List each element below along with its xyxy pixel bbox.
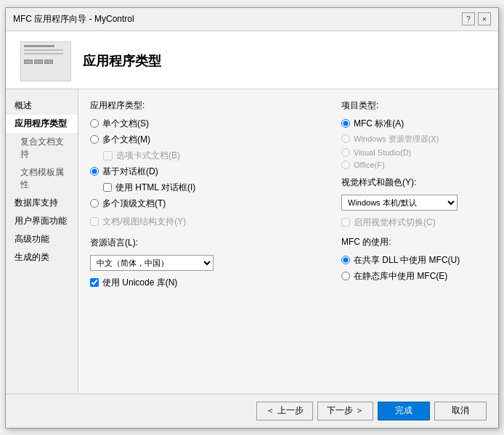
sidebar-item-compound[interactable]: 复合文档支持	[6, 133, 78, 163]
radio-office-input	[341, 160, 350, 169]
app-type-group: 单个文档(S) 多个文档(M) 选项卡式文档(B) 基于对话框(D)	[90, 118, 327, 210]
finish-button[interactable]: 完成	[378, 402, 430, 420]
radio-dialog[interactable]: 基于对话框(D)	[90, 166, 327, 178]
icon-btn-3	[44, 60, 53, 64]
left-panel: 应用程序类型: 单个文档(S) 多个文档(M) 选项	[90, 99, 327, 383]
radio-static-lib[interactable]: 在静态库中使用 MFC(E)	[341, 270, 487, 282]
sidebar: 概述 应用程序类型 复合文档支持 文档模板属性 数据库支持 用户界面功能 高级功…	[6, 89, 78, 394]
main-section: 概述 应用程序类型 复合文档支持 文档模板属性 数据库支持 用户界面功能 高级功…	[6, 89, 498, 394]
dialog-title: MFC 应用程序向导 - MyControl	[13, 13, 134, 25]
icon-buttons	[24, 60, 53, 64]
project-type-group: MFC 标准(A) Windows 资源管理器(X) Visual Studio…	[341, 118, 487, 169]
radio-office: Office(F)	[341, 160, 487, 169]
radio-multi-toplevel-input[interactable]	[90, 199, 99, 208]
mfc-usage-group: 在共享 DLL 中使用 MFC(U) 在静态库中使用 MFC(E)	[341, 254, 487, 282]
cancel-button[interactable]: 取消	[434, 402, 487, 420]
back-button[interactable]: ＜ 上一步	[256, 402, 312, 420]
radio-dialog-input[interactable]	[90, 167, 99, 176]
main-dialog: MFC 应用程序向导 - MyControl ? × 应用程序类型	[5, 7, 499, 428]
checkbox-docview: 文档/视图结构支持(Y)	[90, 216, 327, 228]
title-bar-text: MFC 应用程序向导 - MyControl	[13, 13, 134, 25]
checkbox-html-dialog[interactable]: 使用 HTML 对话框(I)	[90, 182, 327, 194]
checkbox-html-dialog-label: 使用 HTML 对话框(I)	[115, 182, 195, 194]
project-type-label: 项目类型:	[341, 99, 487, 112]
title-bar-controls: ? ×	[462, 12, 491, 25]
radio-shared-dll-label: 在共享 DLL 中使用 MFC(U)	[354, 254, 460, 267]
radio-shared-dll-input[interactable]	[341, 256, 350, 264]
checkbox-enable-visual: 启用视觉样式切换(C)	[341, 216, 487, 229]
mfc-usage-label: MFC 的使用:	[341, 236, 487, 248]
radio-single-doc[interactable]: 单个文档(S)	[90, 118, 327, 130]
icon-btn-1	[24, 60, 33, 64]
checkbox-docview-input	[90, 217, 99, 226]
checkbox-unicode[interactable]: 使用 Unicode 库(N)	[90, 277, 327, 289]
radio-multi-toplevel[interactable]: 多个顶级文档(T)	[90, 198, 327, 210]
checkbox-docview-label: 文档/视图结构支持(Y)	[102, 216, 186, 228]
radio-windows-explorer-label: Windows 资源管理器(X)	[354, 134, 439, 145]
icon-btn-2	[34, 60, 43, 64]
page-title: 应用程序类型	[83, 52, 161, 70]
radio-mfc-standard-input[interactable]	[341, 119, 350, 128]
sidebar-item-overview[interactable]: 概述	[6, 97, 78, 115]
visual-style-section: 视觉样式和颜色(Y): Windows 本机/默认 启用视觉样式切换(C)	[341, 176, 487, 229]
radio-office-label: Office(F)	[354, 160, 385, 169]
resource-lang-label: 资源语言(L):	[90, 237, 327, 249]
mfc-usage-section: MFC 的使用: 在共享 DLL 中使用 MFC(U) 在静态库中使用 MFC(…	[341, 236, 487, 282]
radio-multi-doc[interactable]: 多个文档(M)	[90, 134, 327, 146]
sidebar-item-doctemplate[interactable]: 文档模板属性	[6, 163, 78, 194]
content-area: 应用程序类型: 单个文档(S) 多个文档(M) 选项	[78, 89, 498, 394]
next-button[interactable]: 下一步 ＞	[317, 402, 373, 420]
checkbox-enable-visual-label: 启用视觉样式切换(C)	[354, 216, 436, 229]
radio-windows-explorer-input	[341, 134, 350, 143]
visual-style-row: Windows 本机/默认	[341, 195, 487, 211]
radio-windows-explorer: Windows 资源管理器(X)	[341, 134, 487, 145]
radio-mfc-standard[interactable]: MFC 标准(A)	[341, 118, 487, 130]
help-button[interactable]: ?	[462, 12, 475, 25]
checkbox-unicode-input[interactable]	[90, 278, 99, 287]
icon-decoration-1	[24, 45, 54, 47]
sidebar-item-classes[interactable]: 生成的类	[6, 248, 78, 267]
sidebar-item-ui[interactable]: 用户界面功能	[6, 212, 78, 230]
sidebar-item-advanced[interactable]: 高级功能	[6, 230, 78, 248]
radio-shared-dll[interactable]: 在共享 DLL 中使用 MFC(U)	[341, 254, 487, 267]
checkbox-unicode-label: 使用 Unicode 库(N)	[102, 277, 177, 289]
resource-lang-row: 中文（简体，中国）	[90, 255, 327, 271]
radio-multi-doc-input[interactable]	[90, 135, 99, 144]
radio-dialog-label: 基于对话框(D)	[102, 166, 158, 178]
sidebar-item-database[interactable]: 数据库支持	[6, 194, 78, 212]
visual-style-label: 视觉样式和颜色(Y):	[341, 176, 487, 189]
radio-tabbed-doc-label: 选项卡式文档(B)	[116, 150, 180, 162]
radio-single-doc-input[interactable]	[90, 119, 99, 128]
header-section: 应用程序类型	[6, 31, 498, 89]
wizard-icon	[20, 41, 71, 81]
sidebar-item-apptype[interactable]: 应用程序类型	[6, 115, 78, 133]
checkbox-tabbed-doc-input	[103, 151, 113, 160]
radio-tabbed-doc[interactable]: 选项卡式文档(B)	[90, 150, 327, 162]
radio-visual-studio-label: Visual Studio(D)	[354, 148, 411, 157]
icon-decoration-3	[24, 53, 63, 54]
title-bar: MFC 应用程序向导 - MyControl ? ×	[6, 8, 498, 31]
resource-lang-select[interactable]: 中文（简体，中国）	[90, 255, 214, 271]
dialog-body: 应用程序类型 概述 应用程序类型 复合文档支持 文档模板属性 数据库支持 用户界…	[6, 31, 498, 428]
radio-static-lib-input[interactable]	[341, 272, 350, 280]
close-button[interactable]: ×	[478, 12, 491, 25]
lang-section: 资源语言(L): 中文（简体，中国）	[90, 237, 327, 271]
radio-visual-studio-input	[341, 148, 350, 157]
visual-style-select[interactable]: Windows 本机/默认	[341, 195, 458, 211]
radio-single-doc-label: 单个文档(S)	[102, 118, 149, 130]
radio-visual-studio: Visual Studio(D)	[341, 148, 487, 157]
radio-static-lib-label: 在静态库中使用 MFC(E)	[354, 270, 447, 282]
checkbox-html-dialog-input[interactable]	[103, 183, 112, 192]
icon-decoration-2	[24, 49, 63, 51]
footer: ＜ 上一步 下一步 ＞ 完成 取消	[6, 394, 498, 428]
app-type-label: 应用程序类型:	[90, 99, 327, 112]
right-panel: 项目类型: MFC 标准(A) Windows 资源管理器(X)	[341, 99, 487, 383]
checkbox-enable-visual-input	[341, 218, 350, 227]
radio-multi-toplevel-label: 多个顶级文档(T)	[102, 198, 166, 210]
radio-multi-doc-label: 多个文档(M)	[102, 134, 150, 146]
radio-mfc-standard-label: MFC 标准(A)	[354, 118, 404, 130]
